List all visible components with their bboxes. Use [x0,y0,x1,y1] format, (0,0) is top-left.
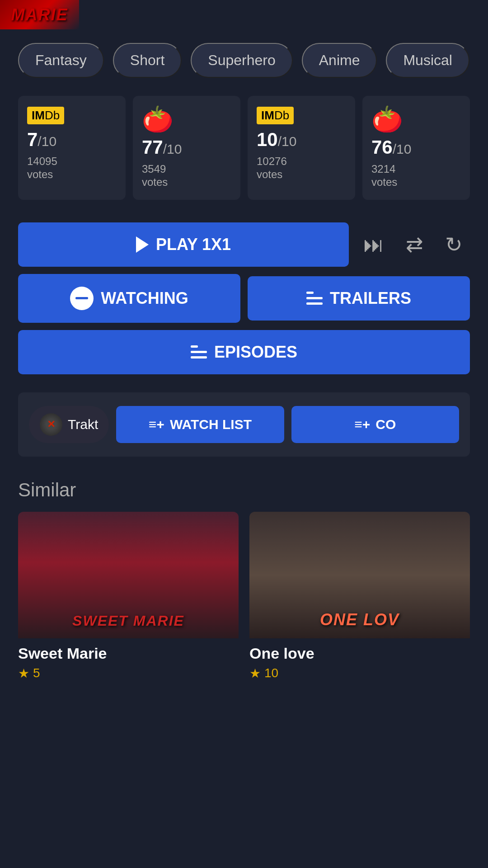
one-love-rating: ★ 10 [249,666,470,681]
trakt-label: Trakt [68,417,98,432]
rating-card-imdb-2: IMDb 10/10 10276votes [248,96,355,200]
play-label: PLAY 1X1 [156,235,231,254]
sweet-marie-image: SWEET MARIE [18,512,239,638]
watching-button[interactable]: WATCHING [18,274,240,323]
one-love-info: One love ★ 10 [249,638,470,687]
hero-title-text: MARIE [11,5,68,24]
hero-image: MARIE [0,0,79,29]
trailers-button[interactable]: TRAILERS [248,276,470,321]
genre-tag-fantasy[interactable]: Fantasy [18,43,104,78]
rating-votes-4: 3214votes [371,163,397,189]
sweet-marie-info: Sweet Marie ★ 5 [18,638,239,687]
sweet-marie-title-overlay: SWEET MARIE [72,613,184,629]
rating-votes-2: 3549votes [142,163,168,189]
rating-card-imdb-1: IMDb 7/10 14095votes [18,96,126,200]
rating-score-2: 77/10 [142,137,182,158]
imdb-badge-2: IMDb [257,107,294,124]
tomato-icon-2: 🍅 [371,107,403,132]
sweet-marie-name: Sweet Marie [18,645,239,662]
similar-grid: SWEET MARIE Sweet Marie ★ 5 ONE LOV One … [18,512,470,687]
watch-list-button[interactable]: ≡+ WATCH LIST [116,406,284,443]
add-collection-icon: ≡+ [354,417,370,432]
genre-tag-superhero[interactable]: Superhero [191,43,292,78]
imdb-badge-1: IMDb [27,107,64,124]
play-button[interactable]: PLAY 1X1 [18,222,349,267]
similar-section: Similar SWEET MARIE Sweet Marie ★ 5 ONE … [0,470,488,696]
rating-score-3: 10/10 [257,129,296,151]
genre-tags-container: Fantasy Short Superhero Anime Musical [0,29,488,91]
genre-tag-anime[interactable]: Anime [302,43,377,78]
play-row: PLAY 1X1 ⏭ ⇄ ↻ [18,222,470,267]
episodes-label: EPISODES [214,343,297,362]
trailers-list-icon [306,292,323,305]
watchlist-section: ✕ Trakt ≡+ WATCH LIST ≡+ CO [18,392,470,457]
collection-label: CO [375,417,396,432]
repeat-button[interactable]: ↻ [438,228,470,261]
watch-list-label: WATCH LIST [170,417,252,432]
add-list-icon: ≡+ [149,417,164,432]
minus-icon [70,287,94,310]
tomato-icon-1: 🍅 [142,107,174,132]
one-love-rating-value: 10 [264,666,278,680]
rating-votes-1: 14095votes [27,155,57,181]
similar-title: Similar [18,479,470,501]
rating-card-tomato-2: 🍅 76/10 3214votes [362,96,470,200]
one-love-title-overlay: ONE LOV [320,610,399,629]
similar-card-one-love[interactable]: ONE LOV One love ★ 10 [249,512,470,687]
star-icon-2: ★ [249,666,261,681]
play-icon [136,236,149,253]
watching-label: WATCHING [101,289,188,308]
trakt-button[interactable]: ✕ Trakt [29,406,109,443]
trakt-logo-icon: ✕ [40,413,62,436]
shuffle-button[interactable]: ⇄ [399,228,431,261]
watching-trailers-row: WATCHING TRAILERS [18,274,470,323]
episodes-row: EPISODES [18,330,470,374]
rating-card-tomato-1: 🍅 77/10 3549votes [133,96,240,200]
action-buttons: PLAY 1X1 ⏭ ⇄ ↻ WATCHING TRAILERS [0,213,488,379]
skip-next-button[interactable]: ⏭ [356,228,391,261]
collection-button[interactable]: ≡+ CO [291,406,459,443]
genre-tag-musical[interactable]: Musical [386,43,469,78]
rating-cards: IMDb 7/10 14095votes 🍅 77/10 3549votes I… [0,91,488,213]
rating-score-1: 7/10 [27,129,56,151]
trailers-label: TRAILERS [330,289,411,308]
similar-card-sweet-marie[interactable]: SWEET MARIE Sweet Marie ★ 5 [18,512,239,687]
one-love-image: ONE LOV [249,512,470,638]
genre-tag-short[interactable]: Short [113,43,182,78]
episodes-button[interactable]: EPISODES [18,330,470,374]
one-love-name: One love [249,645,470,662]
episodes-list-icon [191,345,207,359]
star-icon-1: ★ [18,666,29,681]
rating-votes-3: 10276votes [257,155,287,181]
sweet-marie-rating: ★ 5 [18,666,239,681]
sweet-marie-rating-value: 5 [33,666,40,680]
rating-score-4: 76/10 [371,137,411,158]
